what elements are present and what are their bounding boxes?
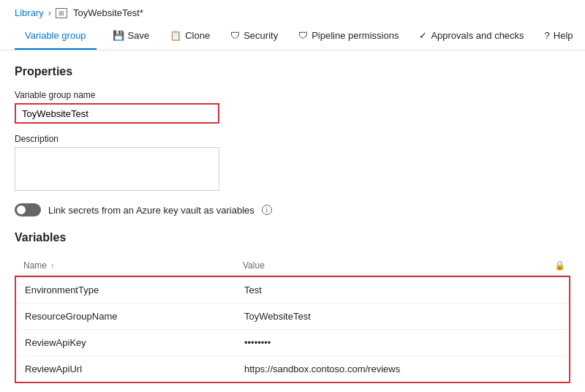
tab-clone[interactable]: 📋 Clone (159, 23, 220, 50)
tab-approvals-checks-label: Approvals and checks (431, 30, 524, 41)
variables-table-header: Name ↑ Value 🔒 (15, 256, 570, 276)
col-name-header: Name ↑ (15, 260, 234, 271)
lock-icon-header: 🔒 (554, 260, 565, 271)
toolbar: Variable group 💾 Save 📋 Clone 🛡 Security… (0, 23, 585, 50)
key-vault-toggle[interactable] (15, 203, 41, 216)
variable-name-1: ResourceGroupName (16, 311, 235, 322)
tab-pipeline-permissions[interactable]: 🛡 Pipeline permissions (288, 23, 409, 50)
tab-help[interactable]: ? Help (535, 23, 584, 50)
toggle-thumb (17, 206, 26, 214)
table-row: ResourceGroupName ToyWebsiteTest (16, 304, 569, 330)
description-input[interactable] (15, 147, 219, 191)
tab-variable-group-label: Variable group (25, 30, 86, 41)
table-row: ReviewApiKey •••••••• (16, 330, 569, 356)
variable-name-2: ReviewApiKey (16, 337, 235, 348)
tab-save[interactable]: 💾 Save (102, 23, 160, 50)
toggle-label: Link secrets from an Azure key vault as … (48, 205, 254, 216)
col-name-label: Name (23, 260, 47, 271)
tab-help-label: Help (554, 30, 573, 41)
toggle-track (15, 203, 41, 216)
description-label: Description (15, 134, 570, 144)
tab-pipeline-permissions-label: Pipeline permissions (312, 30, 399, 41)
variables-table-body: EnvironmentType Test ResourceGroupName T… (15, 276, 570, 383)
table-row: ReviewApiUrl https://sandbox.contoso.com… (16, 356, 569, 382)
main-content: Properties Variable group name Descripti… (0, 50, 585, 392)
variables-section: Variables Name ↑ Value 🔒 EnvironmentType… (15, 231, 570, 383)
help-icon: ? (545, 30, 550, 41)
info-icon[interactable]: i (262, 205, 272, 215)
variable-value-3: https://sandbox.contoso.com/reviews (235, 363, 547, 374)
security-icon: 🛡 (230, 30, 240, 41)
approvals-checks-icon: ✓ (419, 30, 427, 41)
variables-title: Variables (15, 231, 570, 244)
variable-group-name-label: Variable group name (15, 90, 570, 100)
variable-group-name-input[interactable] (15, 103, 219, 124)
col-value-header: Value (234, 260, 548, 271)
variable-group-name-field: Variable group name (15, 90, 570, 124)
properties-title: Properties (15, 65, 570, 78)
variable-value-2: •••••••• (235, 337, 547, 348)
breadcrumb: Library › ⊞ ToyWebsiteTest* (0, 0, 585, 23)
tab-save-label: Save (128, 30, 150, 41)
sort-icon[interactable]: ↑ (50, 262, 54, 270)
clone-icon: 📋 (170, 30, 181, 41)
breadcrumb-separator: › (48, 7, 51, 18)
variable-value-1: ToyWebsiteTest (235, 311, 547, 322)
pipeline-permissions-icon: 🛡 (298, 30, 308, 41)
tab-clone-label: Clone (185, 30, 210, 41)
table-row: EnvironmentType Test (16, 277, 569, 304)
library-link[interactable]: Library (15, 7, 44, 18)
tab-variable-group[interactable]: Variable group (15, 23, 97, 50)
col-value-label: Value (243, 260, 265, 271)
variable-value-0: Test (235, 284, 547, 295)
description-field: Description (15, 134, 570, 193)
toggle-row: Link secrets from an Azure key vault as … (15, 203, 570, 216)
variable-name-3: ReviewApiUrl (16, 363, 235, 374)
tab-security-label: Security (244, 30, 278, 41)
save-icon: 💾 (113, 30, 124, 41)
col-lock-header: 🔒 (548, 260, 570, 271)
breadcrumb-page-icon: ⊞ (56, 8, 67, 18)
breadcrumb-page-name: ToyWebsiteTest* (73, 7, 143, 18)
tab-security[interactable]: 🛡 Security (220, 23, 288, 50)
variable-name-0: EnvironmentType (16, 284, 235, 295)
tab-approvals-checks[interactable]: ✓ Approvals and checks (409, 23, 534, 50)
properties-section: Properties Variable group name Descripti… (15, 65, 570, 216)
